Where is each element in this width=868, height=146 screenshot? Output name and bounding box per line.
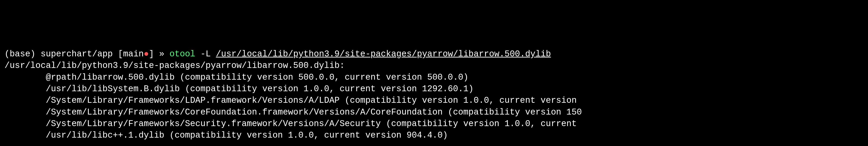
output-line: @rpath/libarrow.500.dylib (compatibility… bbox=[4, 72, 468, 82]
git-dirty-icon: ● bbox=[144, 49, 149, 59]
output-line: /System/Library/Frameworks/LDAP.framewor… bbox=[4, 95, 582, 105]
output-line: /System/Library/Frameworks/CoreFoundatio… bbox=[4, 107, 582, 117]
command-name: otool bbox=[169, 49, 195, 59]
output-line: /usr/lib/libSystem.B.dylib (compatibilit… bbox=[4, 84, 473, 94]
conda-env: (base) bbox=[4, 49, 35, 59]
command-argument: /usr/local/lib/python3.9/site-packages/p… bbox=[216, 49, 551, 59]
output-header-line: /usr/local/lib/python3.9/site-packages/p… bbox=[4, 61, 345, 70]
terminal-output: (base) superchart/app [main●] » otool -L… bbox=[4, 48, 864, 141]
prompt-line[interactable]: (base) superchart/app [main●] » otool -L… bbox=[4, 49, 551, 59]
output-line: /System/Library/Frameworks/Security.fram… bbox=[4, 119, 582, 128]
git-branch: main bbox=[123, 49, 144, 59]
output-line: /usr/lib/libc++.1.dylib (compatibility v… bbox=[4, 130, 448, 140]
prompt-symbol: » bbox=[159, 49, 164, 59]
cwd-path: superchart/app bbox=[41, 49, 113, 59]
branch-open-bracket: [ bbox=[118, 49, 123, 59]
command-flag: -L bbox=[200, 49, 211, 59]
branch-close-bracket: ] bbox=[149, 49, 154, 59]
